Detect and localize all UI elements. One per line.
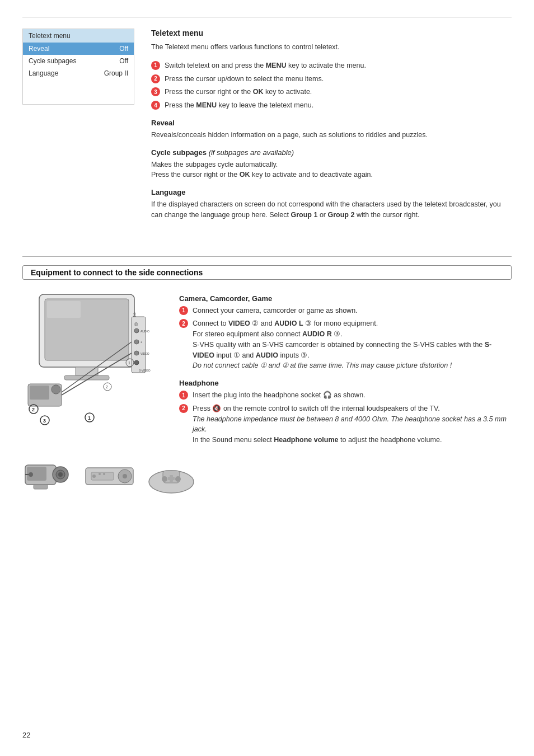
headphone-step-1: 1 Insert the plug into the headphone soc… [179, 390, 512, 401]
camcorder-icon [22, 454, 78, 499]
step-3-text: Press the cursor right or the OK key to … [165, 87, 312, 97]
svg-text:ꭝ: ꭝ [140, 341, 142, 344]
svg-rect-22 [30, 386, 49, 400]
svg-text:♗: ♗ [132, 311, 138, 318]
device-diagram-svg: 🎧 AUDIO ꭝ VIDEO S-VIDEO 1 2 [22, 289, 151, 445]
cycle-italic-note: (if subpages are available) [209, 148, 294, 157]
camera-title: Camera, Camcorder, Game [179, 294, 512, 303]
step-4-num: 4 [151, 101, 160, 110]
svg-point-45 [92, 475, 96, 478]
svg-point-11 [134, 351, 139, 355]
svg-point-13 [134, 360, 139, 365]
equipment-body: 🎧 AUDIO ꭝ VIDEO S-VIDEO 1 2 [22, 289, 512, 499]
svg-text:1: 1 [88, 415, 91, 421]
teletext-content: Teletext menu The Teletext menu offers v… [151, 29, 512, 228]
headphone-step-2-num: 2 [179, 404, 188, 413]
menu-row-cycle-value: Off [119, 57, 128, 65]
svg-point-46 [99, 473, 101, 475]
equipment-header: Equipment to connect to the side connect… [22, 265, 512, 280]
disc-player-icon [83, 454, 139, 499]
menu-table: Teletext menu Reveal Off Cycle subpages … [22, 29, 134, 105]
step-1-text: Switch teletext on and press the MENU ke… [165, 60, 366, 71]
headphone-title: Headphone [179, 379, 512, 387]
svg-point-23 [51, 385, 60, 394]
menu-table-empty-1 [23, 79, 134, 92]
svg-rect-2 [47, 301, 81, 318]
camera-step-1-text: Connect your camera, camcorder or game a… [193, 306, 358, 316]
svg-text:2: 2 [32, 407, 35, 412]
camera-step-2-text: Connect to VIDEO ② and AUDIO L ③ for mon… [193, 318, 512, 371]
equipment-section: Equipment to connect to the side connect… [22, 265, 512, 499]
language-title: Language [151, 188, 512, 196]
step-2-num: 2 [151, 74, 160, 83]
menu-row-reveal-value: Off [119, 45, 128, 53]
svg-text:2: 2 [106, 385, 108, 389]
middle-rule [22, 256, 512, 257]
teletext-section-title: Teletext menu [151, 29, 512, 37]
step-3-num: 3 [151, 87, 160, 96]
camera-step-1-num: 1 [179, 306, 188, 315]
svg-rect-38 [34, 485, 48, 489]
svg-text:AUDIO: AUDIO [140, 330, 149, 333]
svg-rect-4 [64, 375, 109, 380]
page-container: Teletext menu Reveal Off Cycle subpages … [0, 0, 534, 756]
menu-table-empty-2 [23, 92, 134, 104]
step-2-text: Press the cursor up/down to select the m… [165, 74, 324, 84]
svg-text:🎧: 🎧 [134, 322, 138, 326]
menu-row-cycle[interactable]: Cycle subpages Off [23, 55, 134, 67]
headphone-steps-list: 1 Insert the plug into the headphone soc… [179, 390, 512, 445]
camera-step-1: 1 Connect your camera, camcorder or game… [179, 306, 512, 316]
svg-rect-53 [168, 477, 175, 480]
menu-row-cycle-label: Cycle subpages [29, 57, 76, 65]
reveal-body: Reveals/conceals hidden information on a… [151, 130, 512, 140]
menu-row-language-value: Group II [104, 69, 128, 77]
camera-steps-list: 1 Connect your camera, camcorder or game… [179, 306, 512, 372]
top-section: Teletext menu Reveal Off Cycle subpages … [22, 29, 512, 228]
svg-point-7 [134, 328, 139, 333]
teletext-step-3: 3 Press the cursor right or the OK key t… [151, 87, 512, 97]
svg-text:VIDEO: VIDEO [140, 352, 149, 355]
teletext-step-1: 1 Switch teletext on and press the MENU … [151, 60, 512, 71]
menu-row-language[interactable]: Language Group II [23, 67, 134, 79]
headphone-step-1-num: 1 [179, 391, 188, 400]
svg-text:3: 3 [43, 418, 46, 424]
headphone-step-2-text: Press 🔇 on the remote control to switch … [193, 403, 512, 445]
svg-text:1: 1 [128, 361, 130, 365]
content-col: Camera, Camcorder, Game 1 Connect your c… [179, 289, 512, 499]
cycle-title: Cycle subpages (if subpages are availabl… [151, 148, 512, 157]
cycle-title-text: Cycle subpages [151, 148, 207, 157]
reveal-title: Reveal [151, 119, 512, 127]
svg-point-50 [162, 476, 167, 482]
svg-point-9 [134, 340, 139, 344]
teletext-intro: The Teletext menu offers various functio… [151, 42, 512, 53]
teletext-steps-list: 1 Switch teletext on and press the MENU … [151, 60, 512, 111]
menu-row-reveal-label: Reveal [29, 45, 49, 53]
camera-step-2: 2 Connect to VIDEO ② and AUDIO L ③ for m… [179, 318, 512, 371]
svg-point-39 [29, 472, 33, 477]
svg-point-43 [123, 474, 127, 478]
language-body: If the displayed characters on screen do… [151, 199, 512, 220]
svg-text:S-VIDEO: S-VIDEO [139, 369, 151, 372]
cycle-body: Makes the subpages cycle automatically. … [151, 159, 512, 181]
step-1-num: 1 [151, 61, 160, 70]
headphone-step-2: 2 Press 🔇 on the remote control to switc… [179, 403, 512, 445]
camera-step-2-num: 2 [179, 319, 188, 328]
menu-row-reveal[interactable]: Reveal Off [23, 43, 134, 55]
svg-point-47 [103, 473, 105, 475]
small-devices-row [22, 454, 199, 499]
teletext-step-4: 4 Press the MENU key to leave the telete… [151, 100, 512, 111]
menu-table-title: Teletext menu [23, 29, 134, 43]
diagram-col: 🎧 AUDIO ꭝ VIDEO S-VIDEO 1 2 [22, 289, 168, 499]
menu-row-language-label: Language [29, 69, 58, 77]
step-4-text: Press the MENU key to leave the teletext… [165, 100, 313, 111]
page-number: 22 [22, 731, 30, 739]
top-rule [22, 17, 512, 17]
svg-point-37 [58, 472, 63, 477]
teletext-step-2: 2 Press the cursor up/down to select the… [151, 74, 512, 84]
headphone-step-1-text: Insert the plug into the headphone socke… [193, 390, 366, 401]
